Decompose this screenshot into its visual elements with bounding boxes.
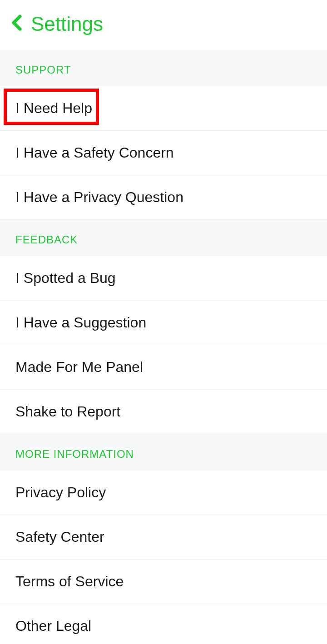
list-item-label: I Need Help [15,100,92,116]
list-item-suggestion[interactable]: I Have a Suggestion [0,301,327,345]
header: Settings [0,0,327,50]
list-item-shake-report[interactable]: Shake to Report [0,390,327,434]
page-title: Settings [31,13,103,35]
section-header-more-info: MORE INFORMATION [0,434,327,471]
list-item-label: Shake to Report [15,403,120,420]
list-item-label: Terms of Service [15,573,124,590]
list-item-label: I Have a Suggestion [15,314,146,331]
list-item-other-legal[interactable]: Other Legal [0,604,327,644]
list-item-privacy-policy[interactable]: Privacy Policy [0,471,327,515]
list-item-label: Other Legal [15,618,91,634]
list-item-terms-service[interactable]: Terms of Service [0,560,327,604]
list-item-label: Privacy Policy [15,484,106,500]
list-item-label: I Spotted a Bug [15,270,116,286]
list-item-label: I Have a Safety Concern [15,144,174,161]
back-icon[interactable] [11,15,22,34]
section-header-support: SUPPORT [0,50,327,86]
list-item-safety-concern[interactable]: I Have a Safety Concern [0,131,327,175]
list-item-safety-center[interactable]: Safety Center [0,515,327,560]
settings-screen: Settings SUPPORT I Need Help I Have a Sa… [0,0,327,644]
section-header-feedback: FEEDBACK [0,220,327,256]
list-item-spotted-bug[interactable]: I Spotted a Bug [0,256,327,301]
list-item-label: I Have a Privacy Question [15,189,183,205]
list-item-need-help[interactable]: I Need Help [0,86,327,131]
list-item-privacy-question[interactable]: I Have a Privacy Question [0,175,327,220]
list-item-made-for-me[interactable]: Made For Me Panel [0,345,327,390]
list-item-label: Made For Me Panel [15,359,143,375]
list-item-label: Safety Center [15,529,104,545]
